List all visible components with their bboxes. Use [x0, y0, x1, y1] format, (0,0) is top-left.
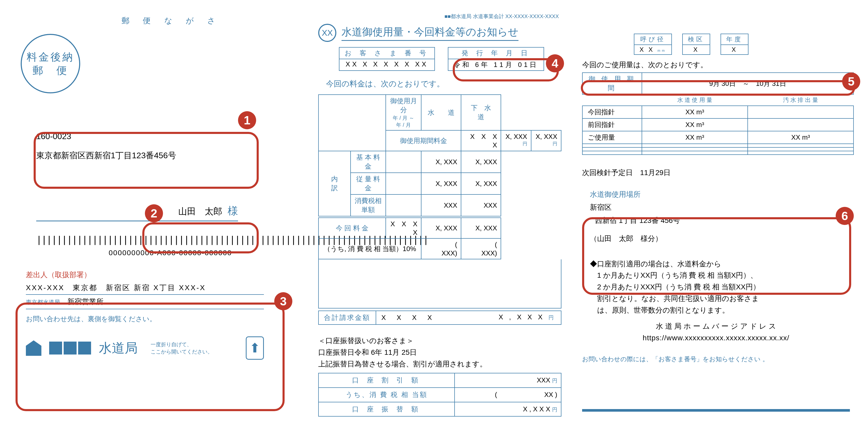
account-line: ■■都水道局 水道事業会計 XX-XXXX-XXXX-XXXX: [318, 13, 559, 20]
badge-6: 6: [836, 207, 854, 225]
annotation-box-3: [16, 302, 285, 411]
recipient-suffix: 様: [228, 205, 238, 217]
badge-4: 4: [546, 54, 564, 72]
ward-box: 検区 X: [682, 34, 710, 55]
annotation-box-6: [582, 217, 851, 295]
customer-number-box: お 客 さ ま 番 号 XX X X X X X XX: [339, 47, 435, 71]
blue-divider: [582, 409, 850, 412]
year-box: 年度 X: [720, 34, 748, 55]
transfer-note: 上記振替日為替させる場合、割引が適用されます。: [318, 358, 561, 370]
transfer-table: 口 座 割 引 額XXX 円 うち、消 費 税 相 当額( XX ) 口 座 振…: [318, 373, 561, 417]
footnote: このお知らせにより、料金をいただくことはありません。 消費金額は、水道料金と下水…: [318, 420, 561, 422]
contact-footer: お問い合わせの際には、「お客さま番号」をお知らせください 。: [582, 355, 850, 363]
homepage-url: https://www.xxxxxxxxxx.xxxxx.xxxxx.xx.xx…: [582, 334, 850, 342]
annotation-box-2: [142, 222, 259, 253]
fee-table: 御使用月分年 / 月 ～ 年 / 月 水 道 下 水 道 御使用期間料金 X X…: [318, 94, 561, 259]
postage-stamp: 料金後納 郵 便: [21, 34, 80, 93]
recipient-name: 山田 太郎: [178, 206, 222, 216]
annotation-box-4: [453, 58, 559, 82]
notice-title: 水道御使用量・今回料金等のお知らせ: [342, 25, 519, 41]
badge-2: 2: [145, 204, 163, 222]
diameter-box: 呼び径 X X mm: [634, 34, 672, 55]
usage-intro: 今回のご使用量は、次のとおりです。: [582, 60, 850, 70]
badge-5: 5: [842, 72, 860, 91]
sender-address: XXX-XXX 東京都 新宿区 新宿 X丁目 XXX-X: [26, 280, 264, 295]
xx-circle-icon: XX: [318, 24, 336, 42]
annotation-box-1: [34, 132, 259, 189]
stamp-line1: 料金後納: [27, 50, 74, 64]
blank-notes-box: [318, 259, 561, 309]
stamp-line2: 郵 便: [33, 64, 68, 77]
transfer-title: ＜口座振替扱いのお客さま＞: [318, 335, 561, 347]
transfer-date: 口座振替日令和 6年 11月 25日: [318, 347, 561, 358]
badge-3: 3: [274, 292, 292, 310]
homepage-label: 水 道 局 ホ ー ム バ ー ジ ア ド レ ス: [582, 321, 850, 331]
total-row: 合計請求金額 X X X XX , X X X 円: [318, 311, 561, 325]
postal-header: 郵 便 な が さ: [122, 15, 272, 26]
badge-1: 1: [238, 111, 256, 129]
annotation-box-5: [581, 80, 855, 96]
recipient-name-line: 山田 太郎 様: [36, 201, 238, 221]
sender-title: 差出人（取扱部署）: [26, 270, 264, 280]
next-reading-date: 次回検針予定日 11月29日: [582, 168, 850, 177]
